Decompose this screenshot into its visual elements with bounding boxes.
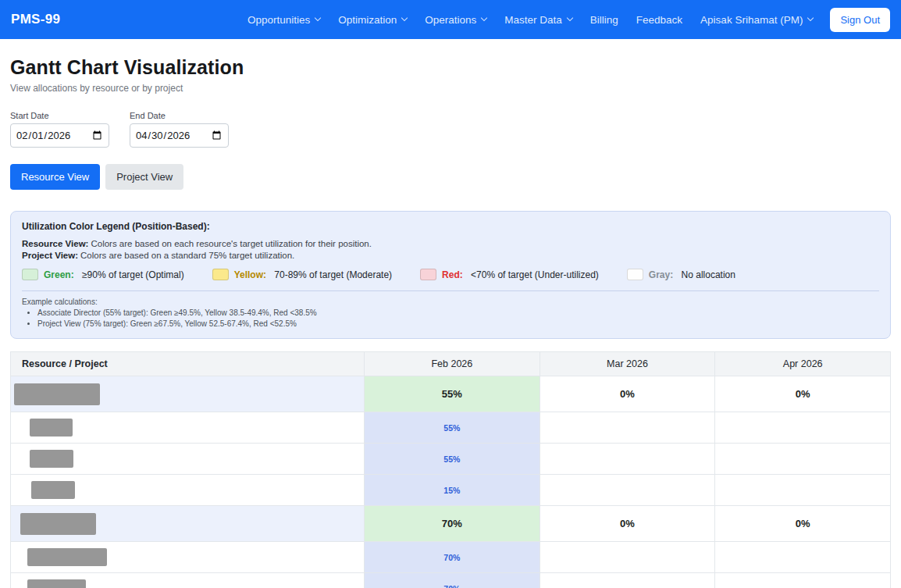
- legend-item: Red: <70% of target (Under-utilized): [420, 269, 599, 280]
- allocation-cell: 0%: [715, 376, 891, 412]
- legend-swatch: [627, 269, 643, 280]
- nav-link-label: Apisak Srihamat (PM): [700, 14, 803, 26]
- nav-billing[interactable]: Billing: [590, 14, 618, 26]
- name-cell: [11, 542, 365, 573]
- chevron-down-icon: [807, 15, 814, 21]
- sign-out-button[interactable]: Sign Out: [830, 8, 890, 32]
- page-title: Gantt Chart Visualization: [10, 56, 891, 79]
- nav-link-label: Operations: [425, 14, 476, 26]
- allocation-cell: 0%: [715, 506, 891, 542]
- legend-item-label: Gray:: [649, 269, 673, 280]
- legend-divider: [22, 290, 879, 291]
- legend-items: Green: ≥90% of target (Optimal)Yellow: 7…: [22, 269, 879, 280]
- project-row: 15%: [11, 475, 891, 506]
- legend-item-label: Red:: [442, 269, 463, 280]
- allocation-cell: [540, 444, 715, 475]
- allocation-cell: [715, 475, 891, 506]
- allocation-cell: [715, 444, 891, 475]
- resource-row: 55%0%0%: [11, 376, 891, 412]
- legend-title: Utilization Color Legend (Position-Based…: [22, 221, 879, 232]
- brand: PMS-99: [11, 12, 60, 27]
- redacted-name: [27, 548, 107, 566]
- chevron-down-icon: [315, 15, 321, 21]
- allocation-cell: 70%: [365, 573, 540, 588]
- legend-item-text: <70% of target (Under-utilized): [468, 269, 599, 280]
- allocation-cell: 0%: [540, 376, 715, 412]
- nav-master-data[interactable]: Master Data: [504, 14, 572, 26]
- legend-item: Green: ≥90% of target (Optimal): [22, 269, 184, 280]
- allocation-cell: 55%: [365, 376, 540, 412]
- allocation-cell: [715, 573, 891, 588]
- allocation-cell: 0%: [540, 506, 715, 542]
- name-cell: [11, 506, 365, 542]
- date-filters: Start Date End Date: [10, 111, 891, 148]
- allocation-cell: 15%: [365, 475, 540, 506]
- redacted-name: [14, 383, 100, 405]
- nav-right: OpportunitiesOptimizationOperationsMaste…: [248, 8, 890, 32]
- legend-item: Gray: No allocation: [627, 269, 735, 280]
- allocation-cell: [540, 475, 715, 506]
- redacted-name: [20, 513, 96, 535]
- nav-link-label: Billing: [590, 14, 618, 26]
- nav-operations[interactable]: Operations: [425, 14, 486, 26]
- legend-resource-view-line: Resource View:Colors are based on each r…: [22, 239, 879, 248]
- chevron-down-icon: [481, 15, 487, 21]
- col-resource-project: Resource / Project: [11, 352, 365, 376]
- chevron-down-icon: [401, 15, 408, 21]
- legend-item-text: ≥90% of target (Optimal): [80, 269, 184, 280]
- start-date-field: Start Date: [10, 111, 109, 148]
- allocation-cell: [540, 573, 715, 588]
- redacted-name: [30, 450, 73, 468]
- legend-item-text: 70-89% of target (Moderate): [272, 269, 392, 280]
- project-row: 70%: [11, 542, 891, 573]
- nav-feedback[interactable]: Feedback: [636, 14, 682, 26]
- start-date-input[interactable]: [10, 123, 109, 148]
- name-cell: [11, 475, 365, 506]
- legend-project-view-line: Project View:Colors are based on a stand…: [22, 251, 879, 260]
- end-date-field: End Date: [130, 111, 229, 148]
- allocation-cell: 70%: [365, 542, 540, 573]
- project-view-button[interactable]: Project View: [105, 164, 183, 190]
- name-cell: [11, 444, 365, 475]
- end-date-input[interactable]: [130, 123, 229, 148]
- allocation-cell: 70%: [365, 506, 540, 542]
- nav-opportunities[interactable]: Opportunities: [248, 14, 320, 26]
- allocation-cell: [715, 412, 891, 444]
- project-row: 55%: [11, 412, 891, 444]
- resource-view-button[interactable]: Resource View: [10, 164, 100, 190]
- redacted-name: [27, 579, 86, 588]
- view-toggle: Resource View Project View: [10, 164, 891, 190]
- legend-examples: Associate Director (55% target): Green ≥…: [22, 308, 879, 328]
- legend-example: Project View (75% target): Green ≥67.5%,…: [37, 319, 879, 328]
- gantt-table-body: 55%0%0%55%55%15%70%0%0%70%70%: [11, 376, 891, 588]
- legend-item: Yellow: 70-89% of target (Moderate): [212, 269, 392, 280]
- legend-swatch: [22, 269, 38, 280]
- redacted-name: [31, 481, 75, 499]
- nav-optimization[interactable]: Optimization: [338, 14, 407, 26]
- col-feb-2026: Feb 2026: [365, 352, 540, 376]
- nav-links: OpportunitiesOptimizationOperationsMaste…: [248, 14, 814, 26]
- nav-link-label: Master Data: [504, 14, 562, 26]
- redacted-name: [30, 419, 73, 437]
- legend-resource-view-text: Colors are based on each resource's targ…: [91, 239, 372, 248]
- allocation-cell: 55%: [365, 412, 540, 444]
- start-date-label: Start Date: [10, 111, 109, 120]
- nav-user-menu[interactable]: Apisak Srihamat (PM): [700, 14, 813, 26]
- nav-link-label: Opportunities: [248, 14, 310, 26]
- nav-link-label: Optimization: [338, 14, 397, 26]
- legend-item-text: No allocation: [678, 269, 735, 280]
- top-nav: PMS-99 OpportunitiesOptimizationOperatio…: [0, 0, 901, 39]
- allocation-cell: [715, 542, 891, 573]
- legend-item-label: Yellow:: [234, 269, 266, 280]
- col-apr-2026: Apr 2026: [715, 352, 891, 376]
- name-cell: [11, 412, 365, 444]
- gantt-table: Resource / Project Feb 2026 Mar 2026 Apr…: [10, 351, 891, 588]
- resource-row: 70%0%0%: [11, 506, 891, 542]
- legend-project-view-bold: Project View:: [22, 251, 78, 260]
- gantt-header-row: Resource / Project Feb 2026 Mar 2026 Apr…: [11, 352, 891, 376]
- end-date-label: End Date: [130, 111, 229, 120]
- legend-panel: Utilization Color Legend (Position-Based…: [10, 211, 891, 339]
- allocation-cell: 55%: [365, 444, 540, 475]
- project-row: 55%: [11, 444, 891, 475]
- chevron-down-icon: [567, 15, 573, 21]
